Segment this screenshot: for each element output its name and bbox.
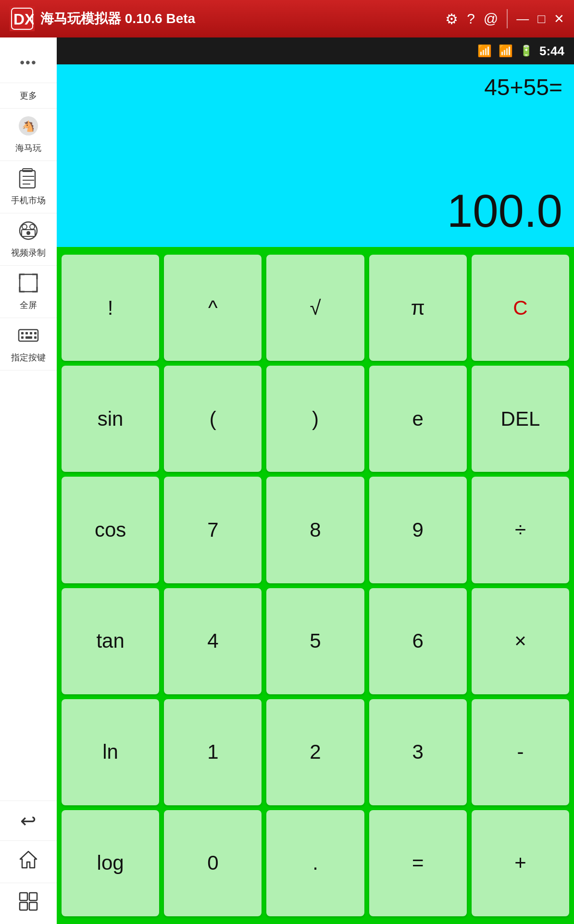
market-icon: [18, 168, 39, 193]
key-euler[interactable]: e: [369, 366, 467, 472]
key-1[interactable]: 1: [164, 699, 262, 805]
fullscreen-icon: [18, 272, 39, 297]
svg-rect-14: [20, 274, 37, 292]
record-icon: [18, 220, 39, 245]
keyboard-label: 指定按键: [11, 352, 46, 363]
more-label: 更多: [20, 90, 37, 101]
key-6[interactable]: 6: [369, 588, 467, 694]
svg-text:DX: DX: [13, 11, 34, 28]
key-log[interactable]: log: [62, 810, 159, 916]
close-button[interactable]: ✕: [554, 12, 564, 26]
key-factorial[interactable]: !: [62, 255, 159, 361]
back-button[interactable]: ↩: [0, 801, 57, 840]
signal-icon: 📶: [499, 44, 513, 58]
svg-rect-26: [20, 902, 27, 910]
sidebar-item-fullscreen[interactable]: 全屏: [0, 266, 57, 318]
title-bar-left: DX 海马玩模拟器 0.10.6 Beta: [10, 6, 195, 31]
battery-icon: 🔋: [520, 45, 533, 57]
wifi-icon: 📶: [477, 44, 492, 58]
at-icon[interactable]: @: [484, 11, 498, 27]
home-button[interactable]: [0, 840, 57, 883]
sidebar-item-haima[interactable]: 🐴 海马玩: [0, 109, 57, 161]
svg-rect-27: [29, 902, 37, 910]
svg-text:🐴: 🐴: [22, 120, 35, 133]
svg-rect-16: [21, 332, 24, 334]
svg-rect-19: [34, 332, 37, 334]
svg-rect-24: [20, 893, 27, 900]
key-3[interactable]: 3: [369, 699, 467, 805]
svg-rect-25: [29, 893, 37, 900]
key-equals[interactable]: =: [369, 810, 467, 916]
sidebar-item-more[interactable]: 更多: [0, 83, 57, 109]
key-close-paren[interactable]: ): [266, 366, 364, 472]
sidebar-dots[interactable]: •••: [0, 42, 57, 83]
apps-button[interactable]: [0, 883, 57, 924]
display-result: 100.0: [68, 185, 562, 237]
keypad-row-5: ln 1 2 3 -: [62, 699, 569, 805]
keypad-row-3: cos 7 8 9 ÷: [62, 477, 569, 583]
key-4[interactable]: 4: [164, 588, 262, 694]
keypad-row-2: sin ( ) e DEL: [62, 366, 569, 472]
back-icon: ↩: [20, 810, 37, 832]
keyboard-icon: [18, 325, 39, 350]
display-expression: 45+55=: [68, 74, 562, 100]
maximize-button[interactable]: □: [537, 12, 545, 26]
main-content: 45+55= 100.0 ! ^ √ π C sin ( ) e DEL cos…: [57, 64, 574, 924]
sidebar-bottom: ↩: [0, 801, 57, 924]
svg-point-13: [26, 231, 30, 235]
haima-icon: 🐴: [18, 115, 39, 140]
divider: [507, 9, 508, 28]
sidebar-item-market[interactable]: 手机市场: [0, 161, 57, 213]
status-time: 5:44: [539, 44, 564, 59]
key-5[interactable]: 5: [266, 588, 364, 694]
svg-rect-22: [34, 336, 37, 339]
key-power[interactable]: ^: [164, 255, 262, 361]
apps-icon: [19, 892, 38, 915]
svg-point-10: [22, 224, 27, 229]
keypad-row-4: tan 4 5 6 ×: [62, 588, 569, 694]
key-pi[interactable]: π: [369, 255, 467, 361]
fullscreen-label: 全屏: [20, 299, 37, 311]
key-dot[interactable]: .: [266, 810, 364, 916]
key-8[interactable]: 8: [266, 477, 364, 583]
keypad-row-1: ! ^ √ π C: [62, 255, 569, 361]
key-sqrt[interactable]: √: [266, 255, 364, 361]
key-add[interactable]: +: [472, 810, 569, 916]
key-multiply[interactable]: ×: [472, 588, 569, 694]
minimize-button[interactable]: —: [516, 12, 529, 26]
key-clear[interactable]: C: [472, 255, 569, 361]
status-bar: 📶 📶 🔋 5:44: [57, 37, 574, 64]
svg-rect-4: [20, 171, 35, 188]
record-label: 视频录制: [11, 247, 46, 259]
key-0[interactable]: 0: [164, 810, 262, 916]
key-cos[interactable]: cos: [62, 477, 159, 583]
app-logo: DX: [10, 6, 35, 31]
key-sin[interactable]: sin: [62, 366, 159, 472]
app-title: 海马玩模拟器 0.10.6 Beta: [40, 10, 195, 28]
svg-rect-15: [19, 330, 38, 341]
key-tan[interactable]: tan: [62, 588, 159, 694]
key-divide[interactable]: ÷: [472, 477, 569, 583]
svg-rect-17: [25, 332, 28, 334]
key-subtract[interactable]: -: [472, 699, 569, 805]
key-open-paren[interactable]: (: [164, 366, 262, 472]
help-icon[interactable]: ?: [467, 11, 475, 27]
home-icon: [18, 850, 38, 874]
key-ln[interactable]: ln: [62, 699, 159, 805]
svg-marker-23: [20, 851, 37, 868]
market-label: 手机市场: [11, 195, 46, 206]
sidebar-item-keyboard[interactable]: 指定按键: [0, 318, 57, 370]
sidebar-item-record[interactable]: 视频录制: [0, 213, 57, 266]
sidebar: ••• 更多 🐴 海马玩 手机市场: [0, 37, 57, 924]
key-9[interactable]: 9: [369, 477, 467, 583]
haima-label: 海马玩: [15, 142, 41, 154]
title-bar-controls: ⚙ ? @ — □ ✕: [445, 9, 564, 28]
settings-icon[interactable]: ⚙: [445, 11, 458, 27]
svg-rect-20: [21, 336, 24, 339]
key-del[interactable]: DEL: [472, 366, 569, 472]
svg-point-11: [30, 224, 35, 229]
key-2[interactable]: 2: [266, 699, 364, 805]
key-7[interactable]: 7: [164, 477, 262, 583]
svg-rect-21: [25, 336, 32, 339]
svg-rect-18: [30, 332, 32, 334]
